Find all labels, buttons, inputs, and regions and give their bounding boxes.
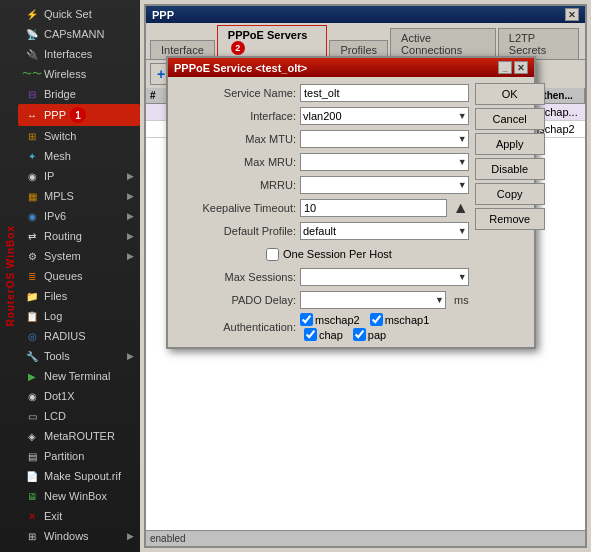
sidebar-item-partition[interactable]: ▤ Partition [18, 446, 140, 466]
ppp-title: PPP [152, 9, 174, 21]
mschap2-option: mschap2 [300, 313, 360, 326]
brand-label: RouterOS WinBox [5, 225, 16, 327]
sidebar-item-ipv6[interactable]: ◉ IPv6 ▶ [18, 206, 140, 226]
max-mtu-label: Max MTU: [176, 133, 296, 145]
mschap1-option: mschap1 [370, 313, 430, 326]
ip-icon: ◉ [24, 169, 40, 183]
ip-arrow: ▶ [127, 171, 134, 181]
sidebar-item-wireless[interactable]: 〜〜 Wireless [18, 64, 140, 84]
dialog-close-button[interactable]: ✕ [514, 61, 528, 74]
main-area: PPP ✕ Interface PPPoE Servers 2 Profiles… [140, 0, 591, 552]
sidebar-item-mesh[interactable]: ✦ Mesh [18, 146, 140, 166]
ppp-close-button[interactable]: ✕ [565, 8, 579, 21]
ok-button[interactable]: OK [475, 83, 545, 105]
service-name-input[interactable] [300, 84, 469, 102]
sidebar-item-radius[interactable]: ◎ RADIUS [18, 326, 140, 346]
bridge-icon: ⊟ [24, 87, 40, 101]
max-mru-input[interactable] [300, 153, 469, 171]
sidebar-item-windows[interactable]: ⊞ Windows ▶ [18, 526, 140, 546]
pppoe-servers-badge: 2 [231, 41, 245, 55]
keepalive-row: Keepalive Timeout: ▲ [176, 198, 469, 218]
dialog-form: Service Name: Interface: vlan200 ▼ [176, 83, 469, 341]
tab-pppoe-servers[interactable]: PPPoE Servers 2 [217, 25, 328, 59]
mrru-input[interactable] [300, 176, 469, 194]
max-mtu-select-wrapper: ▼ [300, 130, 469, 148]
sidebar-item-ip[interactable]: ◉ IP ▶ [18, 166, 140, 186]
keepalive-up-arrow[interactable]: ▲ [453, 199, 469, 217]
sidebar-item-capsman[interactable]: 📡 CAPsMANN [18, 24, 140, 44]
sidebar-item-new-terminal[interactable]: ▶ New Terminal [18, 366, 140, 386]
sidebar-item-make-supout[interactable]: 📄 Make Supout.rif [18, 466, 140, 486]
sidebar-item-interfaces[interactable]: 🔌 Interfaces [18, 44, 140, 64]
keepalive-input[interactable] [300, 199, 447, 217]
tab-l2tp-secrets[interactable]: L2TP Secrets [498, 28, 579, 59]
cancel-button[interactable]: Cancel [475, 108, 545, 130]
system-arrow: ▶ [127, 251, 134, 261]
wireless-icon: 〜〜 [24, 67, 40, 81]
sidebar-item-log[interactable]: 📋 Log [18, 306, 140, 326]
sidebar-item-metarouter[interactable]: ◈ MetaROUTER [18, 426, 140, 446]
status-bar: enabled [146, 530, 585, 546]
sidebar-item-bridge[interactable]: ⊟ Bridge [18, 84, 140, 104]
mpls-arrow: ▶ [127, 191, 134, 201]
partition-icon: ▤ [24, 449, 40, 463]
pap-option: pap [353, 328, 386, 341]
exit-icon: ✕ [24, 509, 40, 523]
interface-select-wrapper: vlan200 ▼ [300, 107, 469, 125]
pado-delay-unit: ms [454, 294, 469, 306]
tab-active-connections[interactable]: Active Connections [390, 28, 496, 59]
sidebar-item-dot1x[interactable]: ◉ Dot1X [18, 386, 140, 406]
keepalive-label: Keepalive Timeout: [176, 202, 296, 214]
chap-label: chap [319, 329, 343, 341]
mrru-label: MRRU: [176, 179, 296, 191]
interface-row: Interface: vlan200 ▼ [176, 106, 469, 126]
apply-button[interactable]: Apply [475, 133, 545, 155]
sidebar-item-files[interactable]: 📁 Files [18, 286, 140, 306]
default-profile-select[interactable]: default [300, 222, 469, 240]
log-icon: 📋 [24, 309, 40, 323]
interface-select[interactable]: vlan200 [300, 107, 469, 125]
sidebar-item-queues[interactable]: ≣ Queues [18, 266, 140, 286]
sidebar-item-tools[interactable]: 🔧 Tools ▶ [18, 346, 140, 366]
one-session-checkbox[interactable] [266, 248, 279, 261]
queues-icon: ≣ [24, 269, 40, 283]
default-profile-select-wrapper: default ▼ [300, 222, 469, 240]
sidebar-item-new-winbox[interactable]: 🖥 New WinBox [18, 486, 140, 506]
pap-checkbox[interactable] [353, 328, 366, 341]
ipv6-icon: ◉ [24, 209, 40, 223]
sidebar-item-system[interactable]: ⚙ System ▶ [18, 246, 140, 266]
auth-row: Authentication: mschap2 mschap1 [176, 313, 469, 341]
mschap2-checkbox[interactable] [300, 313, 313, 326]
mpls-icon: ▦ [24, 189, 40, 203]
sidebar-item-lcd[interactable]: ▭ LCD [18, 406, 140, 426]
radius-icon: ◎ [24, 329, 40, 343]
remove-button[interactable]: Remove [475, 208, 545, 230]
chap-checkbox[interactable] [304, 328, 317, 341]
default-profile-row: Default Profile: default ▼ [176, 221, 469, 241]
disable-button[interactable]: Disable [475, 158, 545, 180]
max-sessions-label: Max Sessions: [176, 271, 296, 283]
max-sessions-row: Max Sessions: ▼ [176, 267, 469, 287]
max-mtu-input[interactable] [300, 130, 469, 148]
dialog-minimize-button[interactable]: _ [498, 61, 512, 74]
sidebar-item-ppp[interactable]: ↔ PPP 1 [18, 104, 140, 126]
max-sessions-input[interactable] [300, 268, 469, 286]
sidebar-item-routing[interactable]: ⇄ Routing ▶ [18, 226, 140, 246]
copy-button[interactable]: Copy [475, 183, 545, 205]
capsman-icon: 📡 [24, 27, 40, 41]
dialog-buttons: OK Cancel Apply Disable Copy Remove [475, 83, 545, 341]
mrru-row: MRRU: ▼ [176, 175, 469, 195]
sidebar-item-mpls[interactable]: ▦ MPLS ▶ [18, 186, 140, 206]
sidebar-item-switch[interactable]: ⊞ Switch [18, 126, 140, 146]
auth-row-1: mschap2 mschap1 [300, 313, 429, 326]
mschap2-label: mschap2 [315, 314, 360, 326]
one-session-label: One Session Per Host [283, 248, 392, 260]
chap-option: chap [304, 328, 343, 341]
switch-icon: ⊞ [24, 129, 40, 143]
sidebar-item-quick-set[interactable]: ⚡ Quick Set [18, 4, 140, 24]
metarouter-icon: ◈ [24, 429, 40, 443]
pado-delay-input[interactable] [300, 291, 446, 309]
mschap1-checkbox[interactable] [370, 313, 383, 326]
default-profile-label: Default Profile: [176, 225, 296, 237]
sidebar-item-exit[interactable]: ✕ Exit [18, 506, 140, 526]
